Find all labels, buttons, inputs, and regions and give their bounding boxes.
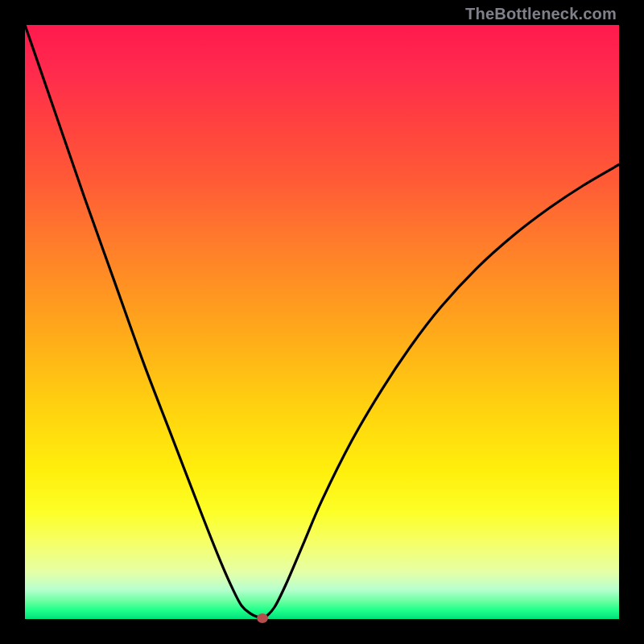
- optimal-point-marker: [257, 613, 268, 623]
- bottleneck-curve: [25, 25, 619, 619]
- chart-frame: TheBottleneck.com: [0, 0, 644, 644]
- attribution-watermark: TheBottleneck.com: [465, 5, 617, 23]
- plot-area: [25, 25, 619, 619]
